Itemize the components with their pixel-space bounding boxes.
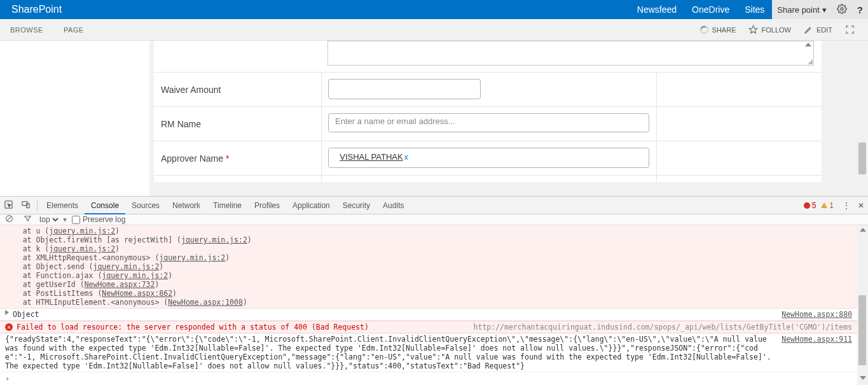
- stack-line: at getUserId (NewHome.aspx:732): [5, 280, 857, 289]
- notes-textarea[interactable]: [327, 41, 814, 66]
- nav-sites[interactable]: Sites: [737, 4, 772, 15]
- approver-name-label: Approver Name *: [154, 141, 321, 175]
- devtools-tabs: Elements Console Sources Network Timelin…: [0, 197, 868, 214]
- resize-grip-icon[interactable]: [806, 58, 813, 64]
- nav-newsfeed[interactable]: Newsfeed: [630, 4, 684, 15]
- filter-icon[interactable]: [18, 214, 37, 225]
- ribbon: BROWSE PAGE SHARE FOLLOW EDIT: [0, 19, 868, 41]
- tab-profiles[interactable]: Profiles: [248, 197, 286, 214]
- console-prompt[interactable]: ›: [0, 372, 857, 385]
- source-link[interactable]: NewHome.aspx:732: [85, 280, 155, 289]
- svg-point-0: [841, 8, 843, 10]
- console-json-row: {"readyState":4,"responseText":"{\"error…: [0, 333, 857, 372]
- source-link[interactable]: jquery.min.js:2: [49, 244, 115, 253]
- console-scrollbar[interactable]: [857, 225, 868, 385]
- form-table: Waiver Amount RM Name Enter a name or em…: [154, 41, 822, 182]
- waiver-amount-input[interactable]: [328, 79, 481, 99]
- error-count[interactable]: 5: [801, 201, 819, 210]
- inspect-icon[interactable]: [0, 200, 17, 211]
- tab-network[interactable]: Network: [166, 197, 207, 214]
- stack-line: at k (jquery.min.js:2): [5, 244, 857, 253]
- page-body: Waiver Amount RM Name Enter a name or em…: [0, 41, 868, 196]
- gear-icon[interactable]: [832, 4, 852, 16]
- console-error-row: ✕ Failed to load resource: the server re…: [0, 321, 857, 333]
- focus-icon: [845, 25, 855, 34]
- tab-audits[interactable]: Audits: [376, 197, 410, 214]
- remove-person-icon[interactable]: x: [404, 153, 408, 162]
- ribbon-share[interactable]: SHARE: [693, 25, 743, 34]
- error-message: Failed to load resource: the server resp…: [17, 323, 369, 332]
- warning-count[interactable]: 1: [818, 201, 839, 210]
- expand-icon[interactable]: [5, 310, 9, 315]
- tab-application[interactable]: Application: [286, 197, 336, 214]
- stack-line: at Object.send (jquery.min.js:2): [5, 262, 857, 271]
- tab-console[interactable]: Console: [85, 197, 125, 214]
- left-nav-placeholder: [0, 41, 149, 196]
- tab-elements[interactable]: Elements: [40, 197, 85, 214]
- ribbon-tab-browse[interactable]: BROWSE: [0, 26, 53, 34]
- tab-timeline[interactable]: Timeline: [207, 197, 248, 214]
- console-object-row[interactable]: Object NewHome.aspx:880: [0, 309, 857, 321]
- clear-console-icon[interactable]: [0, 214, 18, 225]
- stack-line: at XMLHttpRequest.<anonymous> (jquery.mi…: [5, 253, 857, 262]
- ribbon-edit[interactable]: EDIT: [797, 25, 839, 34]
- source-link[interactable]: jquery.min.js:2: [102, 271, 168, 280]
- nav-onedrive[interactable]: OneDrive: [684, 4, 737, 15]
- source-link[interactable]: NewHome.aspx:1008: [168, 298, 243, 307]
- devtools: Elements Console Sources Network Timelin…: [0, 196, 868, 385]
- json-body: {"readyState":4,"responseText":"{\"error…: [5, 335, 782, 370]
- ribbon-tab-page[interactable]: PAGE: [53, 26, 94, 34]
- tab-sources[interactable]: Sources: [125, 197, 166, 214]
- device-icon[interactable]: [17, 200, 34, 211]
- console-input[interactable]: [13, 374, 852, 384]
- brand: SharePoint: [0, 4, 73, 15]
- source-link[interactable]: jquery.min.js:2: [93, 262, 159, 271]
- approver-name-input[interactable]: VISHAL PATHAKx: [328, 148, 649, 168]
- share-point-label: Share point: [777, 5, 820, 15]
- ribbon-follow[interactable]: FOLLOW: [742, 25, 797, 34]
- object-label: Object: [13, 310, 39, 319]
- waiver-amount-label: Waiver Amount: [154, 73, 321, 106]
- preserve-log-label: Preserve log: [83, 215, 125, 224]
- source-link[interactable]: NewHome.aspx:880: [782, 310, 852, 319]
- source-link[interactable]: jquery.min.js:2: [159, 253, 225, 262]
- stack-line: at Function.ajax (jquery.min.js:2): [5, 271, 857, 280]
- error-icon: ✕: [5, 323, 13, 331]
- context-select[interactable]: top: [37, 214, 60, 225]
- svg-marker-2: [750, 25, 758, 33]
- textarea-scrollbar[interactable]: [803, 41, 813, 65]
- suite-bar: SharePoint Newsfeed OneDrive Sites Share…: [0, 0, 868, 19]
- console-toolbar: top ▾ Preserve log: [0, 214, 868, 225]
- person-chip[interactable]: VISHAL PATHAK: [340, 152, 403, 162]
- page-scrollbar[interactable]: [857, 41, 868, 196]
- stack-trace: at u (jquery.min.js:2) at Object.fireWit…: [0, 225, 857, 309]
- source-link[interactable]: jquery.min.js:2: [181, 235, 247, 244]
- ribbon-edit-label: EDIT: [816, 26, 832, 34]
- prompt-icon: ›: [5, 374, 10, 383]
- source-link[interactable]: NewHome.aspx:862: [102, 289, 172, 298]
- preserve-log-checkbox[interactable]: [72, 216, 80, 224]
- error-source[interactable]: http://merchantacquiringuat.indusind.com…: [474, 323, 852, 332]
- console-output[interactable]: at u (jquery.min.js:2) at Object.fireWit…: [0, 225, 868, 385]
- stack-line: at u (jquery.min.js:2): [5, 227, 857, 235]
- star-icon: [748, 25, 758, 34]
- pencil-icon: [804, 25, 813, 34]
- kebab-icon[interactable]: ⋮: [839, 201, 854, 210]
- help-icon[interactable]: ?: [852, 4, 868, 15]
- chevron-down-icon: ▾: [822, 5, 827, 15]
- stack-line: at Object.fireWith [as rejectWith] (jque…: [5, 235, 857, 244]
- ribbon-share-label: SHARE: [712, 26, 736, 34]
- source-link[interactable]: jquery.min.js:2: [49, 227, 115, 235]
- ribbon-follow-label: FOLLOW: [761, 26, 790, 34]
- tab-security[interactable]: Security: [336, 197, 376, 214]
- ribbon-focus[interactable]: [839, 25, 868, 34]
- rm-name-input[interactable]: Enter a name or email address...: [328, 113, 649, 132]
- share-point-menu[interactable]: Share point ▾: [772, 5, 832, 15]
- rm-name-label: RM Name: [154, 107, 321, 141]
- share-icon: [699, 25, 709, 34]
- json-source[interactable]: NewHome.aspx:911: [782, 335, 852, 370]
- stack-line: at PostListItems (NewHome.aspx:862): [5, 289, 857, 298]
- stack-line: at HTMLInputElement.<anonymous> (NewHome…: [5, 298, 857, 307]
- close-icon[interactable]: ✕: [854, 201, 868, 210]
